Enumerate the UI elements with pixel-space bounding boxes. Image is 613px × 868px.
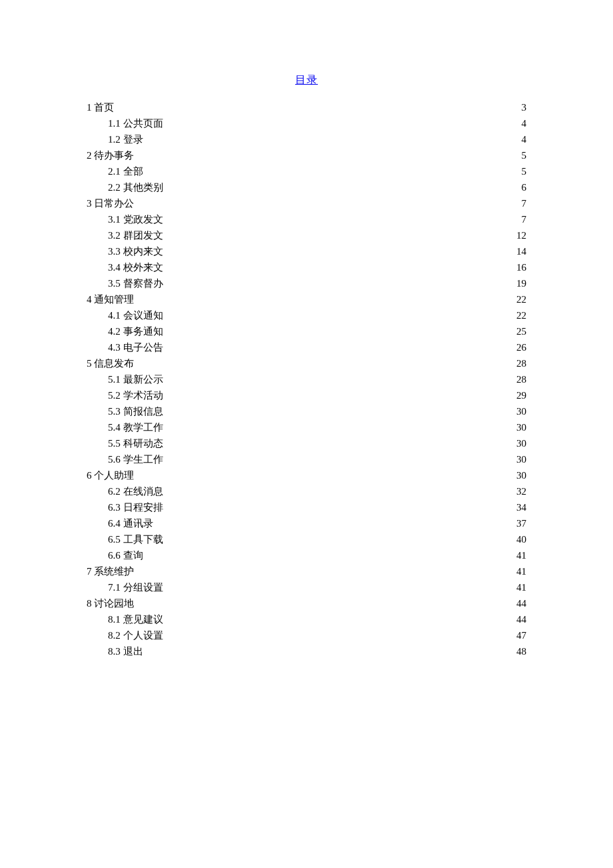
toc-leader-dots <box>163 437 516 447</box>
toc-leader-dots <box>163 613 516 623</box>
toc-entry[interactable]: 3 日常办公 7 <box>87 195 526 211</box>
toc-leader-dots <box>163 501 516 511</box>
toc-entry[interactable]: 2.1 全部5 <box>87 163 526 179</box>
toc-entry-page: 16 <box>515 259 526 275</box>
toc-leader-dots <box>163 421 516 431</box>
toc-entry-page: 4 <box>520 131 527 147</box>
toc-entry-label: 6 个人助理 <box>87 467 134 483</box>
toc-entry-page: 29 <box>515 387 526 403</box>
toc-entry[interactable]: 5.3 简报信息30 <box>87 403 526 419</box>
toc-entry-label: 3.3 校内来文 <box>108 243 163 259</box>
toc-entry-label: 4.2 事务通知 <box>108 323 163 339</box>
toc-entry-page: 40 <box>515 531 526 547</box>
toc-leader-dots <box>134 469 515 479</box>
toc-entry-label: 5.6 学生工作 <box>108 451 163 467</box>
toc-leader-dots <box>134 197 520 207</box>
toc-entry-label: 5 信息发布 <box>87 355 134 371</box>
toc-leader-dots <box>163 405 516 415</box>
toc-entry[interactable]: 3.1 党政发文7 <box>87 211 526 227</box>
toc-entry[interactable]: 5.4 教学工作30 <box>87 419 526 435</box>
toc-entry-label: 4 通知管理 <box>87 291 134 307</box>
toc-leader-dots <box>163 453 516 463</box>
toc-entry-page: 7 <box>520 195 527 211</box>
toc-entry-page: 25 <box>515 323 526 339</box>
toc-entry-page: 26 <box>515 339 526 355</box>
toc-leader-dots <box>163 629 516 639</box>
toc-entry-label: 3.4 校外来文 <box>108 259 163 275</box>
toc-entry-page: 47 <box>515 627 526 643</box>
toc-title-container: 目录 <box>87 73 526 87</box>
toc-entry[interactable]: 3.2 群团发文12 <box>87 227 526 243</box>
toc-entry[interactable]: 5.5 科研动态30 <box>87 435 526 451</box>
toc-entry[interactable]: 3.5 督察督办19 <box>87 275 526 291</box>
toc-leader-dots <box>163 309 516 319</box>
toc-leader-dots <box>114 101 520 111</box>
toc-entry-page: 34 <box>515 499 526 515</box>
toc-entry[interactable]: 3.3 校内来文14 <box>87 243 526 259</box>
toc-entry[interactable]: 8.2 个人设置47 <box>87 627 526 643</box>
toc-leader-dots <box>143 165 520 175</box>
toc-entry[interactable]: 8.3 退出48 <box>87 643 526 659</box>
toc-entry[interactable]: 6 个人助理 30 <box>87 467 526 483</box>
toc-entry[interactable]: 5.2 学术活动29 <box>87 387 526 403</box>
toc-entry[interactable]: 6.2 在线消息32 <box>87 483 526 499</box>
toc-entry-label: 2.2 其他类别 <box>108 179 163 195</box>
toc-leader-dots <box>143 133 520 143</box>
toc-leader-dots <box>134 293 515 303</box>
toc-entry-page: 22 <box>515 291 526 307</box>
toc-entry-label: 1.2 登录 <box>108 131 143 147</box>
toc-entry-label: 1.1 公共页面 <box>108 115 163 131</box>
toc-entry[interactable]: 1 首页3 <box>87 99 526 115</box>
toc-entry-page: 22 <box>515 307 526 323</box>
toc-entry[interactable]: 2.2 其他类别6 <box>87 179 526 195</box>
toc-entry-label: 5.1 最新公示 <box>108 371 163 387</box>
toc-entry[interactable]: 5.1 最新公示28 <box>87 371 526 387</box>
toc-entry-label: 3.2 群团发文 <box>108 227 163 243</box>
toc-entry-page: 41 <box>515 563 526 579</box>
toc-leader-dots <box>163 117 520 127</box>
toc-entry-page: 48 <box>515 643 526 659</box>
toc-title-link[interactable]: 目录 <box>295 74 318 85</box>
toc-entry-page: 14 <box>515 243 526 259</box>
toc-entry-label: 2.1 全部 <box>108 163 143 179</box>
toc-entry[interactable]: 8 讨论园地 44 <box>87 595 526 611</box>
toc-entry-label: 4.3 电子公告 <box>108 339 163 355</box>
toc-entry[interactable]: 6.5 工具下载40 <box>87 531 526 547</box>
toc-entry[interactable]: 5.6 学生工作30 <box>87 451 526 467</box>
toc-entry-label: 4.1 会议通知 <box>108 307 163 323</box>
toc-entry-label: 7.1 分组设置 <box>108 579 163 595</box>
toc-leader-dots <box>163 533 516 543</box>
toc-entry-page: 5 <box>520 163 527 179</box>
toc-leader-dots <box>134 597 515 607</box>
toc-entry-label: 6.2 在线消息 <box>108 483 163 499</box>
toc-entry[interactable]: 6.3 日程安排34 <box>87 499 526 515</box>
toc-entry[interactable]: 5 信息发布 28 <box>87 355 526 371</box>
toc-entry[interactable]: 1.1 公共页面4 <box>87 115 526 131</box>
toc-entry-label: 5.3 简报信息 <box>108 403 163 419</box>
toc-entry[interactable]: 6.4 通讯录37 <box>87 515 526 531</box>
toc-entry[interactable]: 1.2 登录4 <box>87 131 526 147</box>
toc-entry-page: 6 <box>520 179 527 195</box>
toc-entry[interactable]: 4 通知管理 22 <box>87 291 526 307</box>
toc-entry-page: 41 <box>515 579 526 595</box>
toc-entry[interactable]: 8.1 意见建议44 <box>87 611 526 627</box>
toc-leader-dots <box>163 341 516 351</box>
toc-entry[interactable]: 2 待办事务 5 <box>87 147 526 163</box>
toc-entry[interactable]: 7.1 分组设置41 <box>87 579 526 595</box>
toc-entry-page: 30 <box>515 451 526 467</box>
toc-leader-dots <box>153 517 516 527</box>
toc-entry[interactable]: 6.6 查询41 <box>87 547 526 563</box>
toc-entry[interactable]: 4.3 电子公告26 <box>87 339 526 355</box>
toc-leader-dots <box>163 213 520 223</box>
toc-entry[interactable]: 4.1 会议通知22 <box>87 307 526 323</box>
toc-entry-page: 37 <box>515 515 526 531</box>
toc-entry-page: 30 <box>515 403 526 419</box>
toc-entry[interactable]: 7 系统维护 41 <box>87 563 526 579</box>
toc-entry-page: 44 <box>515 595 526 611</box>
toc-entry[interactable]: 3.4 校外来文16 <box>87 259 526 275</box>
toc-entry[interactable]: 4.2 事务通知25 <box>87 323 526 339</box>
toc-entry-page: 5 <box>520 147 527 163</box>
toc-entry-page: 4 <box>520 115 527 131</box>
toc-entry-label: 5.4 教学工作 <box>108 419 163 435</box>
toc-leader-dots <box>134 565 515 575</box>
